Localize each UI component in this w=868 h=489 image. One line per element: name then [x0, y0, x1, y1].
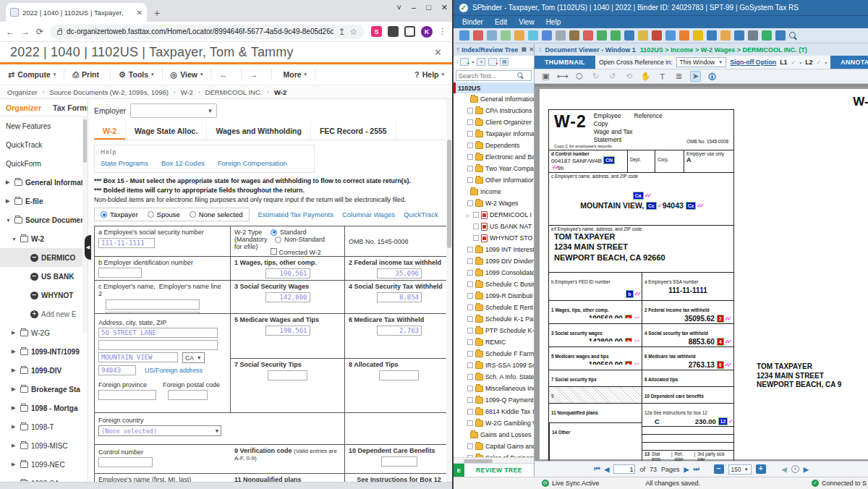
- chevron-down-icon[interactable]: ˅: [397, 3, 401, 12]
- radio-standard[interactable]: Standard: [271, 229, 325, 236]
- bookmark-icon[interactable]: [652, 30, 662, 41]
- radio-none[interactable]: None selected: [190, 211, 243, 218]
- tree-checkbox[interactable]: [467, 397, 473, 403]
- tree-item[interactable]: 1099 INT Interest: [454, 244, 534, 255]
- sidebar-scrollbar[interactable]: [82, 116, 88, 333]
- tree-checkbox[interactable]: [467, 339, 473, 345]
- employer-address2-input[interactable]: [98, 340, 218, 350]
- foreign-country-select[interactable]: (None selected)▼: [98, 425, 221, 436]
- crossref-select[interactable]: This Window▼: [676, 57, 727, 67]
- tree-item[interactable]: Sales of Business: [454, 452, 534, 457]
- expand-arrow-icon[interactable]: ▶: [12, 386, 17, 392]
- expand-arrow-icon[interactable]: ▶: [12, 349, 17, 354]
- thumbnail-button[interactable]: THUMBNAIL: [535, 56, 595, 69]
- tree-item[interactable]: Sch. A Info. State/: [454, 371, 534, 383]
- employer-city-input[interactable]: [98, 352, 178, 362]
- box6-input[interactable]: [377, 326, 422, 336]
- link-estimated-tax[interactable]: Estimated Tax Payments: [258, 211, 333, 218]
- tree-checkbox[interactable]: [467, 119, 473, 125]
- last-page-icon[interactable]: ⏭: [693, 465, 699, 473]
- tab-tax-forms[interactable]: Tax Forms: [47, 103, 88, 112]
- tree-horizontal-scrollbar[interactable]: [454, 457, 534, 463]
- profile-avatar[interactable]: K: [421, 26, 433, 38]
- annotation-badge-b[interactable]: b: [626, 290, 633, 298]
- menu-item[interactable]: Help: [546, 18, 561, 26]
- tree-checkbox[interactable]: [467, 305, 473, 310]
- tree-item[interactable]: Other Information: [454, 174, 534, 186]
- tree-checkbox[interactable]: [467, 200, 473, 206]
- tree-checkbox[interactable]: [467, 409, 473, 414]
- extension-s-icon[interactable]: S: [371, 26, 382, 37]
- share-icon[interactable]: ↥: [338, 27, 345, 37]
- tree-item[interactable]: Schedule K-1 Pass: [454, 313, 534, 325]
- ssn-input[interactable]: [98, 238, 155, 248]
- sidebar-item[interactable]: New Features: [0, 116, 88, 135]
- tax-return-icon[interactable]: [597, 30, 607, 41]
- history-forward-icon[interactable]: ▶: [804, 466, 809, 473]
- link-box12-codes[interactable]: Box 12 Codes: [161, 159, 205, 167]
- search-icon[interactable]: [517, 72, 524, 79]
- annotation-badge[interactable]: 2: [717, 315, 724, 323]
- tree-item[interactable]: Schedule C Busin: [454, 278, 534, 290]
- corrected-checkbox[interactable]: [271, 248, 277, 255]
- signoff-option-link[interactable]: Sign-off Option: [730, 59, 776, 66]
- fit-page-icon[interactable]: ⬡: [574, 72, 584, 81]
- menu-item[interactable]: Edit: [495, 18, 507, 26]
- breadcrumb-item[interactable]: W-2: [181, 88, 193, 96]
- more[interactable]: More ▾: [272, 68, 315, 81]
- sidebar-item[interactable]: ▶ General Informat: [0, 173, 88, 192]
- history-back-icon[interactable]: ◀: [782, 466, 787, 473]
- clipboard-icon[interactable]: [528, 30, 538, 41]
- radio-nonstandard[interactable]: Non-Standard: [275, 236, 325, 243]
- tree-item[interactable]: Capital Gains and: [454, 441, 534, 452]
- sidebar-collapse-handle[interactable]: ◀: [85, 235, 91, 260]
- zoom-in-button[interactable]: +: [756, 464, 766, 474]
- control-number-input[interactable]: [98, 457, 153, 467]
- annotation-badge[interactable]: 6: [717, 361, 724, 369]
- info-icon[interactable]: [734, 30, 744, 41]
- tree-item[interactable]: W-2G Gambling W: [454, 417, 534, 429]
- box10-input[interactable]: [381, 456, 417, 467]
- print[interactable]: ⎙ Print: [64, 68, 111, 81]
- tab-organizer[interactable]: Organizer: [0, 103, 47, 112]
- annotate-button[interactable]: ANNOTATE: [830, 56, 868, 69]
- zoom-level-select[interactable]: 150▼: [728, 464, 752, 475]
- help-icon[interactable]: [707, 30, 717, 41]
- foreign-postal-input[interactable]: [168, 390, 208, 400]
- history-icon[interactable]: [791, 465, 799, 473]
- tree-checkbox[interactable]: [467, 154, 473, 160]
- caret-down-icon[interactable]: ▾: [825, 60, 827, 65]
- signoff-stamp-icon[interactable]: [569, 30, 579, 41]
- menu-item[interactable]: Binder: [462, 18, 483, 26]
- annotation-list-icon[interactable]: ≣: [673, 72, 684, 81]
- annotation-badge[interactable]: 1: [625, 315, 632, 318]
- expand-arrow-icon[interactable]: ▶: [12, 367, 17, 373]
- forward-icon[interactable]: →: [21, 27, 30, 37]
- rotate-right-icon[interactable]: ↻: [590, 72, 601, 81]
- expand-arrow-icon[interactable]: ▼: [12, 237, 17, 242]
- new-tab-button[interactable]: +: [154, 7, 160, 19]
- cut-icon[interactable]: [556, 30, 566, 41]
- tree-checkbox[interactable]: [467, 258, 473, 264]
- tree-checkbox[interactable]: [467, 270, 473, 276]
- zoom-out-button[interactable]: −: [714, 464, 724, 474]
- back[interactable]: ←: [211, 68, 242, 81]
- sidebar-item[interactable]: ▼ Source Documen: [0, 211, 88, 229]
- tools-icon[interactable]: [748, 30, 758, 41]
- lock-icon[interactable]: [693, 30, 703, 41]
- sidebar-item[interactable]: ▼ W-2: [0, 229, 88, 248]
- fit-width-icon[interactable]: ⟷: [557, 72, 568, 81]
- sidebar-item[interactable]: QuickTrack: [0, 135, 88, 154]
- tree-item[interactable]: Gains and Losses: [454, 429, 534, 441]
- extensions-puzzle-icon[interactable]: [388, 26, 399, 37]
- move-page-icon[interactable]: [514, 30, 524, 41]
- browser-menu-icon[interactable]: ⋮: [438, 27, 446, 36]
- report-icon[interactable]: [624, 30, 634, 41]
- box8-input[interactable]: [379, 370, 419, 380]
- tree-item[interactable]: Electronic and Ba: [454, 151, 534, 163]
- ein-input[interactable]: [98, 268, 142, 278]
- tree-item[interactable]: Taxpayer Informa: [454, 128, 534, 140]
- expand-arrow-icon[interactable]: ▶: [12, 424, 17, 430]
- expand-arrow-icon[interactable]: ▶: [12, 330, 17, 336]
- box2-input[interactable]: [377, 268, 422, 278]
